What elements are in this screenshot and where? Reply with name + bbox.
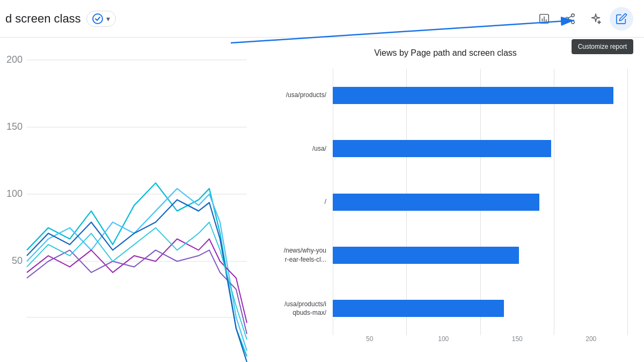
bar-fill: [333, 247, 519, 264]
svg-text:150: 150: [6, 121, 23, 132]
bar-track: [333, 87, 628, 104]
svg-line-7: [568, 19, 572, 21]
bar-fill: [333, 300, 504, 317]
bar-chart-inner: /usa/products//usa///news/why-you r-ear-…: [263, 69, 628, 351]
svg-text:200: 200: [6, 54, 23, 65]
bar-row: /usa/products/: [263, 69, 628, 122]
bar-row: /: [263, 175, 628, 228]
insights-button[interactable]: [584, 7, 608, 31]
content-area: 200 150 100 50 Views by Page path: [0, 38, 644, 362]
bar-row: /news/why-you r-ear-feels-cl...: [263, 228, 628, 282]
bar-chart-title: Views by Page path and screen class: [263, 48, 628, 58]
x-tick-50: 50: [333, 335, 407, 351]
bar-label: /usa/: [263, 144, 333, 153]
line-chart-area: 200 150 100 50: [0, 38, 252, 362]
x-tick-100: 100: [407, 335, 481, 351]
filter-badge[interactable]: ▾: [86, 11, 116, 27]
bar-fill: [333, 87, 613, 104]
bar-label: /usa/products/i qbuds-max/: [263, 300, 333, 318]
report-title: d screen class: [5, 12, 81, 26]
header-bar: d screen class ▾: [0, 0, 644, 38]
header-icons: Customize report: [532, 7, 633, 31]
x-tick-150: 150: [480, 335, 554, 351]
bar-label: /news/why-you r-ear-feels-cl...: [263, 246, 333, 264]
bar-row: /usa/: [263, 122, 628, 175]
bar-track: [333, 300, 628, 317]
bar-fill: [333, 194, 539, 211]
customize-report-button[interactable]: [610, 7, 633, 31]
customize-tooltip-container: Customize report: [610, 7, 633, 31]
line-chart-svg: 200 150 100 50: [0, 38, 252, 362]
bar-track: [333, 247, 628, 264]
svg-text:100: 100: [6, 188, 23, 199]
bar-row: /usa/products/i qbuds-max/: [263, 282, 628, 335]
svg-line-8: [568, 16, 572, 18]
bar-label: /usa/products/: [263, 91, 333, 100]
dropdown-arrow-icon: ▾: [106, 14, 110, 23]
x-tick-200: 200: [554, 335, 628, 351]
bar-track: [333, 194, 628, 211]
header-left: d screen class ▾: [5, 11, 116, 27]
filter-check-icon: [92, 13, 103, 24]
edit-chart-button[interactable]: [532, 7, 556, 31]
bars-container: /usa/products//usa///news/why-you r-ear-…: [263, 69, 628, 335]
svg-text:50: 50: [12, 255, 23, 266]
share-button[interactable]: [558, 7, 582, 31]
bar-label: /: [263, 197, 333, 206]
bar-track: [333, 140, 628, 157]
main-container: d screen class ▾: [0, 0, 644, 362]
bar-chart-area: Views by Page path and screen class /usa…: [252, 38, 644, 362]
bar-fill: [333, 140, 551, 157]
x-axis-row: 50 100 150 200: [263, 335, 628, 351]
